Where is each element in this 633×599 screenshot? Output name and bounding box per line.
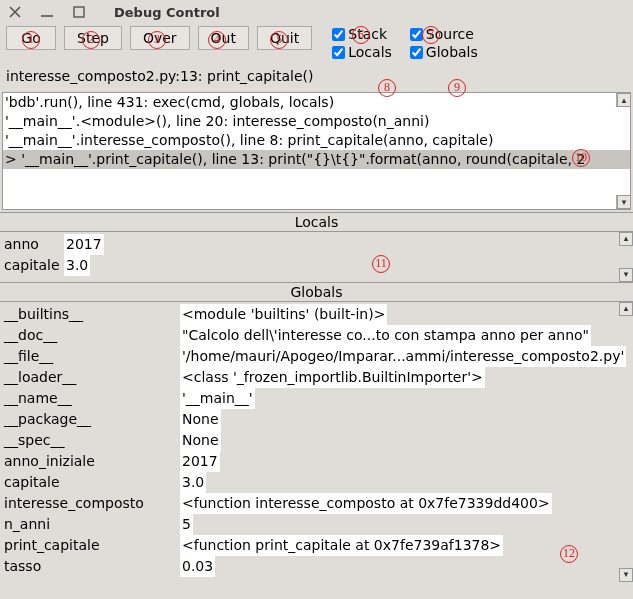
stack-panel: ▴ ▾ 'bdb'.run(), line 431: exec(cmd, glo… bbox=[2, 92, 631, 210]
titlebar: Debug Control bbox=[0, 0, 633, 24]
out-button[interactable]: Out bbox=[198, 26, 249, 50]
var-name: n_anni bbox=[4, 514, 180, 535]
scroll-up-icon[interactable]: ▴ bbox=[617, 93, 631, 107]
locals-checkbox-label: Locals bbox=[348, 44, 392, 60]
var-name: __file__ bbox=[4, 346, 180, 367]
scroll-down-icon[interactable]: ▾ bbox=[617, 195, 631, 209]
scroll-down-icon[interactable]: ▾ bbox=[619, 268, 633, 282]
global-var-row: interesse_composto<function interesse_co… bbox=[4, 493, 629, 514]
var-name: __doc__ bbox=[4, 325, 180, 346]
var-name: __package__ bbox=[4, 409, 180, 430]
var-value: <function interesse_composto at 0x7fe733… bbox=[180, 493, 552, 514]
var-name: anno_iniziale bbox=[4, 451, 180, 472]
global-var-row: capitale3.0 bbox=[4, 472, 629, 493]
over-button[interactable]: Over bbox=[130, 26, 190, 50]
stack-frame[interactable]: 'bdb'.run(), line 431: exec(cmd, globals… bbox=[3, 93, 630, 112]
var-value: 2017 bbox=[180, 451, 220, 472]
var-value: '/home/mauri/Apogeo/Imparar...ammi/inter… bbox=[180, 346, 626, 367]
var-name: capitale bbox=[4, 472, 180, 493]
scroll-up-icon[interactable]: ▴ bbox=[619, 302, 633, 316]
global-var-row: __builtins__<module 'builtins' (built-in… bbox=[4, 304, 629, 325]
var-value: 3.0 bbox=[180, 472, 206, 493]
stack-checkbox[interactable]: Stack bbox=[332, 26, 392, 42]
var-name: __builtins__ bbox=[4, 304, 180, 325]
globals-panel: ▴ ▾ __builtins__<module 'builtins' (buil… bbox=[0, 302, 633, 582]
locals-checkbox-input[interactable] bbox=[332, 46, 345, 59]
status-line: interesse_composto2.py:13: print_capital… bbox=[0, 66, 633, 90]
local-var-row: anno 2017 bbox=[4, 234, 629, 255]
globals-header: Globals bbox=[0, 282, 633, 302]
var-value: <function print_capitale at 0x7fe739af13… bbox=[180, 535, 503, 556]
locals-panel: ▴ ▾ anno 2017 capitale 3.0 bbox=[0, 232, 633, 282]
var-name: __loader__ bbox=[4, 367, 180, 388]
var-value: <module 'builtins' (built-in)> bbox=[180, 304, 387, 325]
var-value: 2017 bbox=[64, 234, 104, 255]
global-var-row: n_anni5 bbox=[4, 514, 629, 535]
globals-checkbox-label: Globals bbox=[426, 44, 478, 60]
var-value: 5 bbox=[180, 514, 193, 535]
toolbar: Go Step Over Out Quit Stack Source Local… bbox=[0, 24, 633, 66]
stack-checkbox-input[interactable] bbox=[332, 28, 345, 41]
source-checkbox-label: Source bbox=[426, 26, 474, 42]
var-value: None bbox=[180, 430, 221, 451]
var-value: <class '_frozen_importlib.BuiltinImporte… bbox=[180, 367, 485, 388]
window-title: Debug Control bbox=[114, 5, 220, 20]
stack-checkbox-label: Stack bbox=[348, 26, 387, 42]
var-value: None bbox=[180, 409, 221, 430]
svg-rect-0 bbox=[74, 7, 84, 17]
source-checkbox-input[interactable] bbox=[410, 28, 423, 41]
var-name: __name__ bbox=[4, 388, 180, 409]
maximize-icon[interactable] bbox=[72, 5, 86, 19]
global-var-row: __name__'__main__' bbox=[4, 388, 629, 409]
global-var-row: __package__None bbox=[4, 409, 629, 430]
var-value: '__main__' bbox=[180, 388, 255, 409]
global-var-row: anno_iniziale2017 bbox=[4, 451, 629, 472]
var-name: anno bbox=[4, 234, 64, 255]
stack-frame[interactable]: '__main__'.interesse_composto(), line 8:… bbox=[3, 131, 630, 150]
global-var-row: __file__'/home/mauri/Apogeo/Imparar...am… bbox=[4, 346, 629, 367]
var-name: interesse_composto bbox=[4, 493, 180, 514]
var-value: 3.0 bbox=[64, 255, 90, 276]
locals-header: Locals bbox=[0, 212, 633, 232]
var-value: "Calcolo dell\'interesse co...to con sta… bbox=[180, 325, 591, 346]
global-var-row: tasso0.03 bbox=[4, 556, 629, 577]
locals-checkbox[interactable]: Locals bbox=[332, 44, 392, 60]
var-name: tasso bbox=[4, 556, 180, 577]
var-name: print_capitale bbox=[4, 535, 180, 556]
globals-checkbox[interactable]: Globals bbox=[410, 44, 478, 60]
close-icon[interactable] bbox=[8, 5, 22, 19]
global-var-row: __spec__None bbox=[4, 430, 629, 451]
stack-frame[interactable]: '__main__'.<module>(), line 20: interess… bbox=[3, 112, 630, 131]
var-name: capitale bbox=[4, 255, 64, 276]
source-checkbox[interactable]: Source bbox=[410, 26, 478, 42]
go-button[interactable]: Go bbox=[6, 26, 56, 50]
local-var-row: capitale 3.0 bbox=[4, 255, 629, 276]
minimize-icon[interactable] bbox=[40, 5, 54, 19]
step-button[interactable]: Step bbox=[64, 26, 122, 50]
scroll-down-icon[interactable]: ▾ bbox=[619, 568, 633, 582]
global-var-row: __doc__"Calcolo dell\'interesse co...to … bbox=[4, 325, 629, 346]
globals-checkbox-input[interactable] bbox=[410, 46, 423, 59]
scroll-up-icon[interactable]: ▴ bbox=[619, 232, 633, 246]
stack-frame-selected[interactable]: > '__main__'.print_capitale(), line 13: … bbox=[3, 150, 630, 169]
var-name: __spec__ bbox=[4, 430, 180, 451]
global-var-row: print_capitale<function print_capitale a… bbox=[4, 535, 629, 556]
quit-button[interactable]: Quit bbox=[257, 26, 312, 50]
var-value: 0.03 bbox=[180, 556, 215, 577]
global-var-row: __loader__<class '_frozen_importlib.Buil… bbox=[4, 367, 629, 388]
